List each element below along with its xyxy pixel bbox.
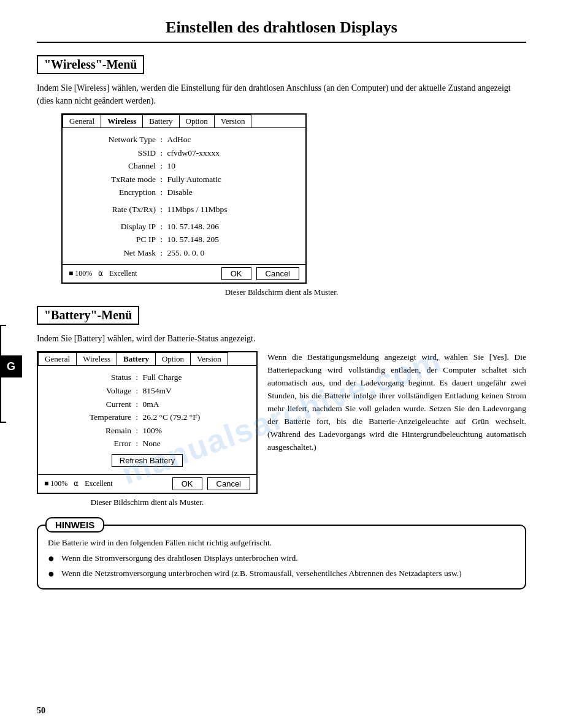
btab-version[interactable]: Version	[190, 352, 228, 365]
ok-button[interactable]: OK	[221, 267, 251, 280]
label-pc-ip: PC IP	[72, 233, 158, 246]
hinweis-bullet-text-1: Wenn die Stromversorgung des drahtlosen …	[61, 552, 298, 565]
blabel-current: Current	[48, 398, 134, 411]
tab-version[interactable]: Version	[214, 115, 252, 127]
battery-description: Indem Sie [Battery] wählen, wird der Bat…	[37, 332, 526, 345]
bullet-dot-1: ●	[48, 552, 59, 566]
value-netmask: 255. 0. 0. 0	[165, 246, 205, 260]
bbattery-status: ■ 100%	[44, 479, 67, 488]
label-txrate: TxRate mode	[72, 173, 158, 186]
field-txrate: TxRate mode : Fully Automatic	[72, 173, 296, 186]
colon-network-type: :	[158, 133, 165, 146]
signal-icon: ⍺	[98, 269, 103, 278]
bfield-current: Current : 0mA	[48, 398, 247, 411]
hinweis-box: HINWEIS Die Batterie wird in den folgend…	[37, 525, 526, 590]
hinweis-label: HINWEIS	[45, 517, 104, 533]
colon-netmask: :	[158, 246, 165, 260]
battery-tab-bar: General Wireless Battery Option Version	[38, 352, 256, 366]
hinweis-bullet-text-2: Wenn die Netzstromversorgung unterbroche…	[61, 567, 462, 580]
footer-status-left: ■ 100% ⍺ Excellent	[69, 269, 137, 278]
blabel-status: Status	[48, 371, 134, 384]
bfield-remain: Remain : 100%	[48, 424, 247, 438]
wireless-section: "Wireless"-Menü Indem Sie [Wireless] wäh…	[37, 55, 526, 297]
page-title: Einstellen des drahtlosen Displays	[37, 18, 526, 43]
side-marker-g: G	[0, 355, 22, 377]
field-rate: Rate (Tx/Rx) : 11Mbps / 11Mbps	[72, 203, 296, 216]
wireless-tab-bar: General Wireless Battery Option Version	[63, 115, 305, 128]
tab-wireless[interactable]: Wireless	[101, 115, 142, 127]
battery-screen-content: Status : Full Charge Voltage : 8154mV Cu…	[38, 366, 256, 474]
value-display-ip: 10. 57.148. 206	[165, 220, 219, 233]
value-txrate: Fully Automatic	[165, 173, 221, 186]
refresh-battery-button[interactable]: Refresh Battery	[112, 454, 183, 467]
wireless-screen-footer: ■ 100% ⍺ Excellent OK Cancel	[63, 264, 305, 282]
label-network-type: Network Type	[72, 133, 158, 146]
hinweis-content: Die Batterie wird in den folgenden Fälle…	[48, 533, 515, 581]
field-encryption: Encryption : Disable	[72, 186, 296, 199]
bsignal-label: Excellent	[85, 479, 112, 488]
value-network-type: AdHoc	[165, 133, 191, 146]
label-rate: Rate (Tx/Rx)	[72, 203, 158, 216]
bok-button[interactable]: OK	[172, 477, 202, 490]
blabel-voltage: Voltage	[48, 384, 134, 398]
battery-heading: "Battery"-Menü	[37, 306, 139, 325]
bfooter-buttons: OK Cancel	[172, 477, 250, 490]
bullet-dot-2: ●	[48, 567, 59, 581]
label-channel: Channel	[72, 159, 158, 173]
bfooter-status-left: ■ 100% ⍺ Excellent	[44, 479, 113, 488]
footer-buttons: OK Cancel	[221, 267, 299, 280]
field-ssid: SSID : cfvdw07-xxxxx	[72, 146, 296, 160]
bvalue-status: Full Charge	[140, 371, 182, 384]
tab-general[interactable]: General	[63, 115, 101, 127]
colon-encryption: :	[158, 186, 165, 199]
field-network-type: Network Type : AdHoc	[72, 133, 296, 146]
btab-wireless[interactable]: Wireless	[76, 352, 117, 365]
label-encryption: Encryption	[72, 186, 158, 199]
colon-rate: :	[158, 203, 165, 216]
colon-pc-ip: :	[158, 233, 165, 246]
bfield-temperature: Temperature : 26.2 °C (79.2 °F)	[48, 411, 247, 424]
value-ssid: cfvdw07-xxxxx	[165, 146, 220, 160]
bfield-error: Error : None	[48, 437, 247, 450]
colon-txrate: :	[158, 173, 165, 186]
field-pc-ip: PC IP : 10. 57.148. 205	[72, 233, 296, 246]
bfield-voltage: Voltage : 8154mV	[48, 384, 247, 398]
btab-general[interactable]: General	[38, 352, 76, 365]
bvalue-error: None	[140, 437, 161, 450]
wireless-sample-text: Dieser Bildschirm dient als Muster.	[37, 287, 526, 297]
battery-section: "Battery"-Menü Indem Sie [Battery] wähle…	[37, 306, 526, 516]
value-channel: 10	[165, 159, 176, 173]
btab-battery[interactable]: Battery	[117, 352, 155, 365]
battery-screen-footer: ■ 100% ⍺ Excellent OK Cancel	[38, 474, 256, 493]
tab-battery[interactable]: Battery	[142, 115, 178, 127]
blabel-temperature: Temperature	[48, 411, 134, 424]
colon-ssid: :	[158, 146, 165, 160]
bvalue-voltage: 8154mV	[140, 384, 172, 398]
field-netmask: Net Mask : 255. 0. 0. 0	[72, 246, 296, 260]
bfield-status: Status : Full Charge	[48, 371, 247, 384]
battery-screen: General Wireless Battery Option Version …	[37, 351, 258, 494]
bvalue-temperature: 26.2 °C (79.2 °F)	[140, 411, 201, 424]
blabel-remain: Remain	[48, 424, 134, 438]
bsignal-icon: ⍺	[74, 479, 79, 488]
value-encryption: Disable	[165, 186, 193, 199]
battery-screen-wrap: General Wireless Battery Option Version …	[37, 351, 258, 516]
hinweis-bullet-2: ● Wenn die Netzstromversorgung unterbroc…	[48, 567, 515, 581]
tab-option[interactable]: Option	[179, 115, 214, 127]
hinweis-bullet-1: ● Wenn die Stromversorgung des drahtlose…	[48, 552, 515, 566]
field-channel: Channel : 10	[72, 159, 296, 173]
bvalue-current: 0mA	[140, 398, 159, 411]
bcancel-button[interactable]: Cancel	[207, 477, 250, 490]
bvalue-remain: 100%	[140, 424, 163, 438]
battery-two-col: General Wireless Battery Option Version …	[37, 351, 526, 516]
wireless-heading: "Wireless"-Menü	[37, 55, 144, 74]
label-display-ip: Display IP	[72, 220, 158, 233]
blabel-error: Error	[48, 437, 134, 450]
colon-channel: :	[158, 159, 165, 173]
btab-option[interactable]: Option	[155, 352, 190, 365]
value-pc-ip: 10. 57.148. 205	[165, 233, 219, 246]
wireless-description: Indem Sie [Wireless] wählen, werden die …	[37, 82, 526, 107]
cancel-button[interactable]: Cancel	[256, 267, 299, 280]
battery-side-text: Wenn die Bestätigungsmeldung angezeigt w…	[267, 351, 526, 453]
signal-label: Excellent	[109, 269, 137, 278]
